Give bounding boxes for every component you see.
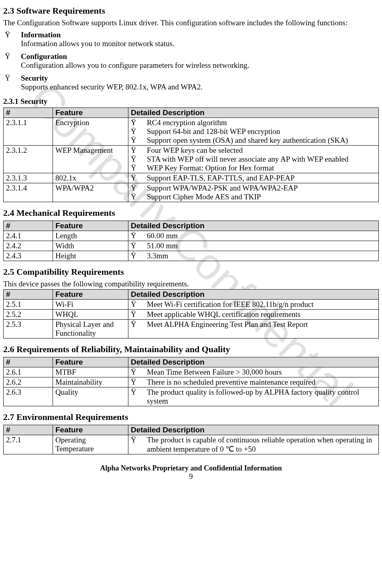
table-row: 2.6.3QualityŸThe product quality is foll… bbox=[4, 387, 379, 406]
feature-list: Ÿ Information Information allows you to … bbox=[3, 30, 379, 91]
table-row: 2.4.1LengthŸ60.00 mm bbox=[4, 231, 379, 241]
list-item: ŸSupport 64-bit and 128-bit WEP encrypti… bbox=[131, 127, 376, 136]
bullet-icon: Ÿ bbox=[131, 155, 147, 164]
cell-description: ŸSupport WPA/WPA2-PSK and WPA/WPA2-EAPŸS… bbox=[128, 183, 379, 202]
cell-feature: WPA/WPA2 bbox=[53, 183, 128, 202]
cell-feature: Maintainability bbox=[53, 377, 128, 387]
reliability-table: # Feature Detailed Description 2.6.1MTBF… bbox=[3, 357, 379, 406]
cell-feature: 802.1x bbox=[53, 173, 128, 183]
feature-item: Ÿ Configuration Configuration allows you… bbox=[3, 52, 379, 70]
cell-id: 2.6.3 bbox=[4, 387, 53, 406]
page-content: 2.3 Software Requirements The Configurat… bbox=[3, 6, 379, 481]
compat-table: # Feature Detailed Description 2.5.1Wi-F… bbox=[3, 289, 379, 339]
security-table: # Feature Detailed Description 2.3.1.1En… bbox=[3, 107, 379, 202]
bullet-icon: Ÿ bbox=[131, 388, 147, 406]
section-2-6-title: 2.6 Requirements of Reliability, Maintai… bbox=[3, 344, 379, 355]
cell-id: 2.4.3 bbox=[4, 251, 53, 261]
cell-feature: Physical Layer and Functionality bbox=[53, 320, 128, 339]
col-header: Feature bbox=[53, 425, 128, 435]
bullet-icon: Ÿ bbox=[3, 74, 21, 91]
section-2-5-intro: This device passes the following compati… bbox=[3, 280, 379, 288]
feature-item: Ÿ Security Supports enhanced security WE… bbox=[3, 74, 379, 91]
bullet-icon: Ÿ bbox=[131, 300, 147, 309]
cell-description: Ÿ51.00 mm bbox=[128, 241, 379, 251]
cell-description: ŸMeet applicable WHQL certification requ… bbox=[128, 310, 379, 320]
cell-description: Ÿ60.00 mm bbox=[128, 231, 379, 241]
col-header: Feature bbox=[53, 221, 128, 231]
cell-id: 2.4.1 bbox=[4, 231, 53, 241]
list-item-text: WEP Key Format: Option for Hex format bbox=[147, 164, 376, 172]
bullet-icon: Ÿ bbox=[131, 231, 147, 240]
list-item-text: The product is capable of continuous rel… bbox=[147, 436, 376, 454]
cell-id: 2.6.1 bbox=[4, 367, 53, 377]
col-header: # bbox=[4, 221, 53, 231]
cell-id: 2.3.1.3 bbox=[4, 173, 53, 183]
list-item-text: Meet Wi-Fi certification for IEEE 802.11… bbox=[147, 300, 376, 309]
list-item: ŸMean Time Between Failure > 30,000 hour… bbox=[131, 368, 376, 377]
col-header: # bbox=[4, 108, 53, 118]
col-header: Detailed Description bbox=[128, 221, 379, 231]
table-row: 2.5.3Physical Layer and FunctionalityŸMe… bbox=[4, 320, 379, 339]
list-item: Ÿ3.3mm bbox=[131, 251, 376, 260]
cell-feature: Operating Temperature bbox=[53, 435, 128, 454]
bullet-icon: Ÿ bbox=[3, 52, 21, 70]
page-number: 9 bbox=[3, 472, 379, 481]
cell-id: 2.5.3 bbox=[4, 320, 53, 339]
bullet-icon: Ÿ bbox=[131, 310, 147, 319]
feature-title: Information bbox=[21, 30, 379, 39]
cell-id: 2.3.1.4 bbox=[4, 183, 53, 202]
table-row: 2.3.1.4WPA/WPA2ŸSupport WPA/WPA2-PSK and… bbox=[4, 183, 379, 202]
list-item-text: 3.3mm bbox=[147, 251, 376, 260]
list-item: ŸSupport Cipher Mode AES and TKIP bbox=[131, 193, 376, 201]
list-item: ŸWEP Key Format: Option for Hex format bbox=[131, 164, 376, 172]
list-item: ŸMeet applicable WHQL certification requ… bbox=[131, 310, 376, 319]
list-item: ŸMeet Wi-Fi certification for IEEE 802.1… bbox=[131, 300, 376, 309]
col-header: Detailed Description bbox=[128, 290, 379, 300]
feature-title: Configuration bbox=[21, 52, 379, 61]
bullet-icon: Ÿ bbox=[131, 164, 147, 172]
list-item: ŸThe product is capable of continuous re… bbox=[131, 436, 376, 454]
table-body: 2.6.1MTBFŸMean Time Between Failure > 30… bbox=[4, 367, 379, 406]
table-body: 2.3.1.1EncryptionŸRC4 encryption algorit… bbox=[4, 118, 379, 202]
list-item: ŸThere is no scheduled preventive mainte… bbox=[131, 378, 376, 387]
list-item: ŸSupport EAP-TLS, EAP-TTLS, and EAP-PEAP bbox=[131, 174, 376, 182]
list-item: Ÿ60.00 mm bbox=[131, 231, 376, 240]
col-header: Feature bbox=[53, 290, 128, 300]
section-2-4-title: 2.4 Mechanical Requirements bbox=[3, 208, 379, 218]
section-2-7-title: 2.7 Environmental Requirements bbox=[3, 412, 379, 422]
cell-feature: Height bbox=[53, 251, 128, 261]
table-row: 2.7.1Operating TemperatureŸThe product i… bbox=[4, 435, 379, 454]
cell-id: 2.5.1 bbox=[4, 300, 53, 310]
cell-description: ŸThe product is capable of continuous re… bbox=[128, 435, 379, 454]
col-header: # bbox=[4, 425, 53, 435]
table-row: 2.6.2MaintainabilityŸThere is no schedul… bbox=[4, 377, 379, 387]
cell-feature: Length bbox=[53, 231, 128, 241]
bullet-icon: Ÿ bbox=[131, 193, 147, 201]
cell-feature: MTBF bbox=[53, 367, 128, 377]
cell-id: 2.7.1 bbox=[4, 435, 53, 454]
table-row: 2.5.2WHQLŸMeet applicable WHQL certifica… bbox=[4, 310, 379, 320]
list-item: ŸThe product quality is followed-up by A… bbox=[131, 388, 376, 406]
feature-item: Ÿ Information Information allows you to … bbox=[3, 30, 379, 48]
list-item-text: STA with WEP off will never associate an… bbox=[147, 155, 376, 164]
list-item-text: There is no scheduled preventive mainten… bbox=[147, 378, 376, 387]
table-row: 2.3.1.2WEP ManagementŸFour WEP keys can … bbox=[4, 146, 379, 173]
bullet-icon: Ÿ bbox=[3, 30, 21, 48]
list-item-text: RC4 encryption algorithm bbox=[147, 118, 376, 127]
footer-text: Alpha Networks Proprietary and Confident… bbox=[3, 464, 379, 472]
table-row: 2.4.3HeightŸ3.3mm bbox=[4, 251, 379, 261]
table-header-row: # Feature Detailed Description bbox=[4, 108, 379, 118]
cell-feature: WEP Management bbox=[53, 146, 128, 173]
section-2-3-title: 2.3 Software Requirements bbox=[3, 6, 379, 16]
cell-description: ŸFour WEP keys can be selectedŸSTA with … bbox=[128, 146, 379, 173]
list-item-text: Meet applicable WHQL certification requi… bbox=[147, 310, 376, 319]
list-item: ŸRC4 encryption algorithm bbox=[131, 118, 376, 127]
cell-feature: WHQL bbox=[53, 310, 128, 320]
cell-feature: Wi-Fi bbox=[53, 300, 128, 310]
list-item-text: The product quality is followed-up by AL… bbox=[147, 388, 376, 406]
env-table: # Feature Detailed Description 2.7.1Oper… bbox=[3, 425, 379, 454]
section-2-5-title: 2.5 Compatibility Requirements bbox=[3, 267, 379, 277]
bullet-icon: Ÿ bbox=[131, 118, 147, 127]
list-item: Ÿ51.00 mm bbox=[131, 241, 376, 250]
list-item-text: Support EAP-TLS, EAP-TTLS, and EAP-PEAP bbox=[147, 174, 376, 182]
